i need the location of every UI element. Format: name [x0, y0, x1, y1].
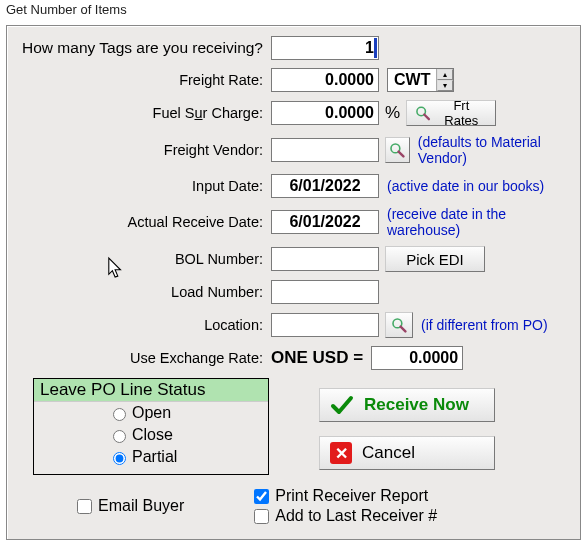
svg-line-5 [401, 327, 406, 332]
po-line-status-legend: Leave PO Line Status [34, 379, 268, 402]
tags-prompt-label: How many Tags are you receiving? [15, 39, 271, 57]
input-date-label: Input Date: [15, 178, 271, 194]
location-lookup-button[interactable] [385, 312, 413, 338]
actual-receive-date-input[interactable] [271, 210, 379, 234]
print-receiver-checkbox[interactable]: Print Receiver Report [254, 487, 437, 505]
freight-vendor-hint: (defaults to Material Vendor) [418, 134, 572, 166]
freight-rate-label: Freight Rate: [15, 72, 271, 88]
location-label: Location: [15, 317, 271, 333]
freight-unit-select[interactable]: CWT ▴ ▾ [387, 68, 454, 92]
freight-unit-up[interactable]: ▴ [437, 69, 453, 80]
fuel-surcharge-label: Fuel Sur Charge: [15, 105, 271, 121]
magnifier-icon [389, 142, 405, 158]
magnifier-icon [415, 105, 430, 121]
email-buyer-checkbox[interactable]: Email Buyer [77, 497, 184, 515]
receive-now-button[interactable]: Receive Now [319, 388, 495, 422]
load-number-label: Load Number: [15, 284, 271, 300]
bol-number-input[interactable] [271, 247, 379, 271]
svg-line-3 [399, 152, 404, 157]
main-panel: How many Tags are you receiving? Freight… [6, 25, 581, 540]
freight-vendor-lookup-button[interactable] [385, 137, 410, 163]
freight-vendor-input[interactable] [271, 138, 379, 162]
pick-edi-button[interactable]: Pick EDI [385, 246, 485, 272]
exchange-rate-input[interactable] [371, 346, 463, 370]
po-line-status-group: Leave PO Line Status Open Close Partial [33, 378, 269, 475]
cancel-x-icon: ✕ [330, 442, 352, 464]
actual-receive-date-hint: (receive date in the warehouse) [387, 206, 572, 238]
status-partial-radio[interactable]: Partial [34, 446, 268, 468]
exchange-base-text: ONE USD = [271, 348, 363, 368]
magnifier-icon [391, 317, 407, 333]
fuel-unit-label: % [385, 103, 400, 123]
add-to-last-receiver-checkbox[interactable]: Add to Last Receiver # [254, 507, 437, 525]
checkmark-icon [330, 393, 354, 417]
frt-rates-button[interactable]: Frt Rates [406, 100, 496, 126]
freight-rate-input[interactable] [271, 68, 379, 92]
input-date-input[interactable] [271, 174, 379, 198]
status-close-radio[interactable]: Close [34, 424, 268, 446]
status-open-radio[interactable]: Open [34, 402, 268, 424]
freight-unit-down[interactable]: ▾ [437, 80, 453, 91]
window-title: Get Number of Items [0, 0, 587, 21]
exchange-rate-label: Use Exchange Rate: [15, 350, 271, 366]
svg-line-1 [424, 115, 429, 120]
load-number-input[interactable] [271, 280, 379, 304]
actual-receive-date-label: Actual Receive Date: [15, 214, 271, 230]
location-hint: (if different from PO) [421, 317, 548, 333]
location-input[interactable] [271, 313, 379, 337]
input-date-hint: (active date in our books) [387, 178, 544, 194]
fuel-surcharge-input[interactable] [271, 101, 379, 125]
freight-unit-value: CWT [388, 69, 436, 91]
freight-vendor-label: Freight Vendor: [15, 142, 271, 158]
cancel-button[interactable]: ✕ Cancel [319, 436, 495, 470]
bol-number-label: BOL Number: [15, 251, 271, 267]
tags-count-input[interactable] [271, 36, 379, 60]
